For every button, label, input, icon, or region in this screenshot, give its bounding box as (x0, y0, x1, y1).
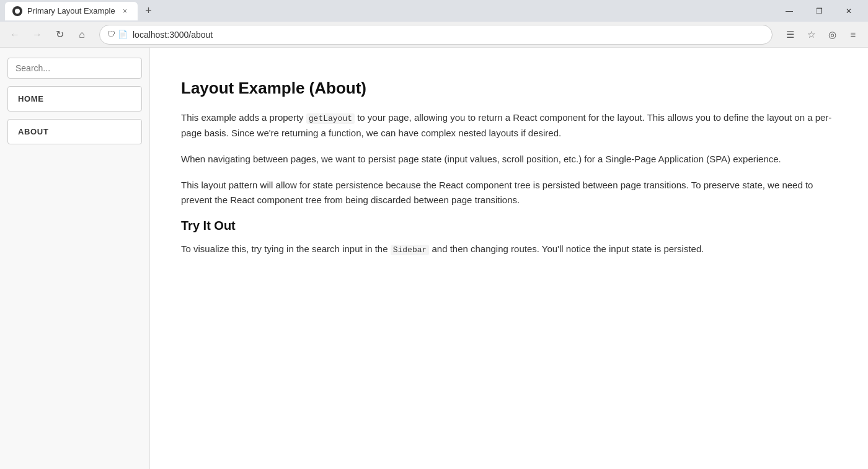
shield-icon: 🛡 (107, 30, 115, 39)
reload-button[interactable]: ↻ (50, 25, 69, 45)
browser-tab[interactable]: Primary Layout Example × (5, 2, 138, 20)
try-it-out-heading: Try It Out (181, 219, 837, 233)
bookmark-button[interactable]: ☆ (801, 25, 821, 45)
nav-right-icons: ☰ ☆ ◎ ≡ (780, 25, 863, 45)
tab-bar: Primary Layout Example × + — ❐ ✕ (0, 0, 868, 22)
sidebar: HOME ABOUT (0, 48, 150, 469)
code-sidebar: Sidebar (391, 245, 430, 255)
paragraph-1: This example adds a property getLayout t… (181, 110, 837, 141)
home-button[interactable]: ⌂ (72, 25, 92, 45)
pocket-button[interactable]: ◎ (822, 25, 842, 45)
address-bar-url: localhost:3000/about (133, 30, 213, 40)
window-controls: — ❐ ✕ (775, 0, 863, 22)
nav-link-about[interactable]: ABOUT (7, 119, 142, 144)
new-tab-button[interactable]: + (140, 2, 157, 20)
tab-favicon-icon (12, 6, 22, 16)
tab-close-button[interactable]: × (120, 6, 130, 16)
page-icon: 📄 (118, 30, 128, 39)
paragraph-2: When navigating between pages, we want t… (181, 152, 837, 167)
maximize-button[interactable]: ❐ (805, 0, 833, 22)
address-bar[interactable]: 🛡 📄 localhost:3000/about (99, 25, 773, 45)
main-content: Layout Example (About) This example adds… (150, 48, 868, 469)
try-it-paragraph: To visualize this, try tying in the sear… (181, 242, 837, 257)
address-bar-icons: 🛡 📄 (107, 30, 128, 39)
code-getlayout: getLayout (306, 113, 355, 124)
nav-link-home[interactable]: HOME (7, 86, 142, 112)
page-title: Layout Example (About) (181, 79, 837, 98)
forward-button[interactable]: → (27, 25, 47, 45)
back-button[interactable]: ← (5, 25, 25, 45)
paragraph-3: This layout pattern will allow for state… (181, 178, 837, 208)
close-button[interactable]: ✕ (835, 0, 863, 22)
tab-title: Primary Layout Example (27, 6, 115, 15)
minimize-button[interactable]: — (775, 0, 804, 22)
search-input[interactable] (7, 58, 142, 79)
browser-window: Primary Layout Example × + — ❐ ✕ ← → ↻ ⌂… (0, 0, 868, 469)
navigation-bar: ← → ↻ ⌂ 🛡 📄 localhost:3000/about ☰ ☆ ◎ ≡ (0, 22, 868, 48)
browser-content: HOME ABOUT Layout Example (About) This e… (0, 48, 868, 469)
menu-button[interactable]: ≡ (843, 25, 863, 45)
reader-view-button[interactable]: ☰ (780, 25, 800, 45)
